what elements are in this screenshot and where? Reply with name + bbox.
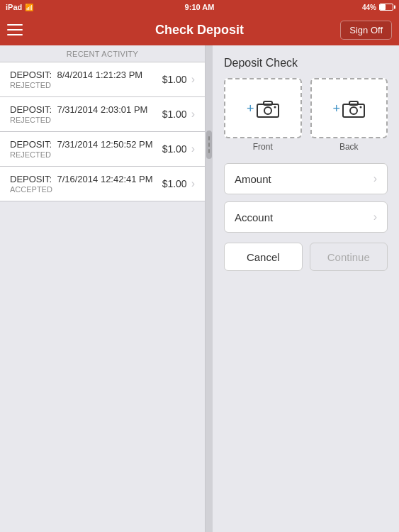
status-bar: iPad 📶 9:10 AM 44%: [0, 0, 399, 14]
activity-item[interactable]: DEPOSIT: 7/31/2014 2:03:01 PM REJECTED $…: [0, 97, 205, 132]
activity-amount: $1.00: [162, 143, 187, 155]
recent-activity-header: RECENT ACTIVITY: [0, 45, 205, 62]
front-capture-button[interactable]: +: [224, 78, 302, 138]
activity-amount: $1.00: [162, 74, 187, 85]
activity-right: $1.00 ›: [162, 108, 195, 121]
back-label: Back: [339, 142, 359, 152]
amount-field[interactable]: Amount ›: [224, 163, 388, 194]
menu-line-3: [7, 34, 23, 35]
activity-amount: $1.00: [162, 109, 187, 120]
activity-status: REJECTED: [10, 81, 142, 89]
account-label: Account: [235, 211, 273, 223]
activity-info: DEPOSIT: 8/4/2014 1:21:23 PM REJECTED: [10, 70, 142, 89]
activity-date: DEPOSIT: 7/31/2014 12:50:52 PM: [10, 139, 153, 150]
svg-point-3: [274, 106, 276, 108]
activity-item[interactable]: DEPOSIT: 7/16/2014 12:42:41 PM ACCEPTED …: [0, 167, 205, 201]
divider-handle: [206, 131, 212, 159]
activity-date: DEPOSIT: 7/31/2014 2:03:01 PM: [10, 104, 147, 115]
svg-point-7: [360, 106, 362, 108]
left-panel: RECENT ACTIVITY DEPOSIT: 8/4/2014 1:21:2…: [0, 45, 206, 532]
status-left: iPad 📶: [6, 3, 33, 11]
activity-list: DEPOSIT: 8/4/2014 1:21:23 PM REJECTED $1…: [0, 62, 205, 201]
svg-rect-6: [349, 101, 358, 105]
back-capture-button[interactable]: +: [310, 78, 388, 138]
button-row: Cancel Continue: [224, 243, 388, 271]
activity-date: DEPOSIT: 8/4/2014 1:21:23 PM: [10, 70, 142, 80]
activity-right: $1.00 ›: [162, 73, 195, 86]
handle-line-3: [208, 149, 210, 153]
battery-percent: 44%: [362, 4, 376, 11]
activity-info: DEPOSIT: 7/31/2014 2:03:01 PM REJECTED: [10, 104, 147, 124]
main-layout: RECENT ACTIVITY DEPOSIT: 8/4/2014 1:21:2…: [0, 45, 399, 532]
wifi-icon: 📶: [25, 4, 33, 11]
back-photo-box: + Back: [310, 78, 388, 152]
activity-status: ACCEPTED: [10, 185, 153, 194]
amount-chevron-icon: ›: [373, 172, 377, 185]
back-camera-icon: +: [332, 99, 365, 118]
sign-off-button[interactable]: Sign Off: [340, 21, 392, 40]
battery-icon: [379, 4, 393, 11]
svg-point-1: [264, 107, 271, 114]
account-chevron-icon: ›: [373, 211, 377, 223]
activity-right: $1.00 ›: [162, 143, 195, 155]
account-field[interactable]: Account ›: [224, 201, 388, 233]
status-time: 9:10 AM: [185, 3, 215, 11]
menu-line-2: [7, 29, 23, 31]
front-camera-icon: +: [247, 99, 279, 118]
cancel-button[interactable]: Cancel: [224, 243, 303, 271]
device-label: iPad: [6, 3, 22, 11]
back-plus-icon: +: [332, 102, 340, 115]
svg-point-5: [350, 107, 357, 114]
activity-right: $1.00 ›: [162, 177, 195, 190]
activity-item[interactable]: DEPOSIT: 8/4/2014 1:21:23 PM REJECTED $1…: [0, 62, 205, 97]
menu-line-1: [7, 24, 23, 26]
activity-status: REJECTED: [10, 150, 153, 159]
right-panel: Deposit Check + Front: [213, 45, 399, 532]
activity-amount: $1.00: [162, 178, 187, 189]
amount-label: Amount: [235, 173, 271, 185]
front-camera-svg: [257, 99, 279, 118]
deposit-check-title: Deposit Check: [224, 57, 388, 70]
chevron-right-icon: ›: [191, 108, 195, 121]
chevron-right-icon: ›: [191, 73, 195, 86]
photo-row: + Front +: [224, 78, 388, 152]
activity-item[interactable]: DEPOSIT: 7/31/2014 12:50:52 PM REJECTED …: [0, 132, 205, 167]
back-camera-svg: [342, 99, 365, 118]
activity-info: DEPOSIT: 7/16/2014 12:42:41 PM ACCEPTED: [10, 174, 153, 194]
svg-rect-2: [264, 101, 272, 105]
status-right: 44%: [362, 4, 393, 11]
menu-button[interactable]: [7, 18, 30, 41]
chevron-right-icon: ›: [191, 143, 195, 155]
front-photo-box: + Front: [224, 78, 302, 152]
continue-button: Continue: [310, 243, 388, 271]
handle-line-2: [208, 143, 210, 147]
activity-info: DEPOSIT: 7/31/2014 12:50:52 PM REJECTED: [10, 139, 153, 159]
front-plus-icon: +: [247, 102, 254, 115]
page-title: Check Deposit: [155, 23, 244, 38]
activity-date: DEPOSIT: 7/16/2014 12:42:41 PM: [10, 174, 153, 184]
divider: [206, 45, 213, 532]
chevron-right-icon: ›: [191, 177, 195, 190]
activity-status: REJECTED: [10, 116, 147, 124]
front-label: Front: [253, 142, 273, 152]
handle-line-1: [208, 136, 210, 140]
nav-bar: Check Deposit Sign Off: [0, 14, 399, 45]
